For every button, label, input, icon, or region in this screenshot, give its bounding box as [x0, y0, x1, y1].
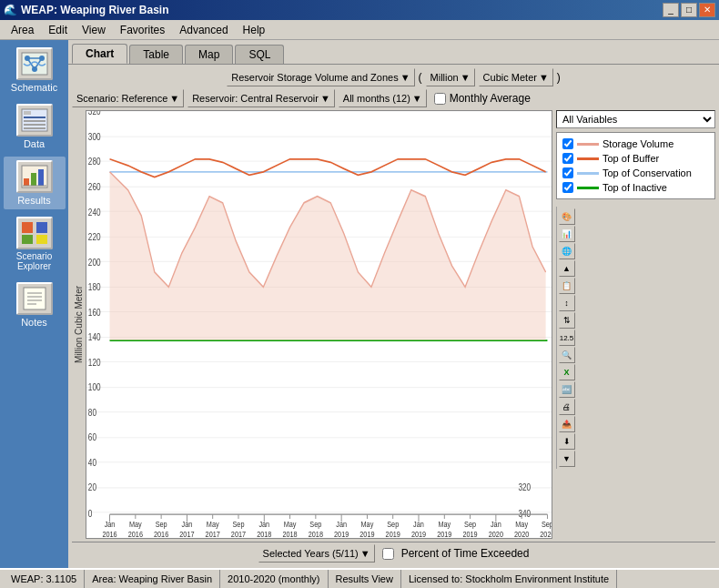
svg-text:100: 100: [88, 381, 101, 392]
chart-svg-container[interactable]: 0 20 40 60 80 100 120 140 160 180: [86, 110, 552, 539]
title-row: Reservoir Storage Volume and Zones ▼ ( M…: [72, 68, 715, 86]
unit-dropdown[interactable]: Cubic Meter ▼: [479, 68, 553, 86]
months-dropdown[interactable]: All months (12) ▼: [339, 89, 427, 107]
y-axis-ticks: 0 20 40 60 80 100 120 140 160 180: [88, 111, 101, 519]
svg-rect-22: [24, 288, 46, 309]
legend-checkbox-storage[interactable]: [562, 138, 573, 149]
svg-text:Sep: Sep: [233, 519, 245, 529]
selected-years-text: Selected Years (5/11): [263, 548, 359, 559]
toolbar-scale-btn[interactable]: 12.5: [559, 329, 575, 346]
x-labels: Jan2016 May2016 Sep2016 Jan2017 May2017 …: [102, 519, 552, 538]
chart-title-arrow: ▼: [400, 72, 410, 83]
unit-close-paren: ): [557, 71, 561, 84]
sidebar-item-schematic[interactable]: Schematic: [4, 44, 66, 96]
svg-text:2019: 2019: [334, 529, 349, 538]
svg-text:Jan: Jan: [413, 519, 424, 529]
toolbar-print-btn[interactable]: 🖨: [559, 399, 575, 415]
window-titlebar: 🌊 WEAP: Weaping River Basin _ □ ✕: [0, 0, 719, 20]
svg-text:320: 320: [519, 482, 532, 492]
svg-text:120: 120: [88, 357, 101, 368]
legend-checkbox-conservation[interactable]: [562, 167, 573, 178]
scenario-explorer-label: Scenario Explorer: [5, 251, 64, 271]
unit-open-paren: (: [419, 71, 422, 84]
menu-edit[interactable]: Edit: [41, 22, 75, 38]
main-layout: Schematic Data: [0, 40, 719, 568]
status-version: WEAP: 3.1105: [4, 570, 85, 588]
toolbar-down-btn[interactable]: ⬇: [559, 433, 575, 450]
svg-text:Sep: Sep: [464, 519, 476, 529]
menu-view[interactable]: View: [75, 22, 113, 38]
chart-title-dropdown[interactable]: Reservoir Storage Volume and Zones ▼: [227, 68, 414, 86]
toolbar-export-btn[interactable]: 📤: [559, 416, 575, 432]
unit-prefix-arrow: ▼: [461, 72, 471, 83]
sidebar-item-scenario-explorer[interactable]: Scenario Explorer: [4, 213, 66, 275]
monthly-average-checkbox[interactable]: [434, 93, 446, 105]
minimize-button[interactable]: _: [663, 3, 679, 17]
sidebar-item-notes[interactable]: Notes: [4, 279, 66, 331]
svg-text:2019: 2019: [360, 529, 375, 538]
chart-container: Million Cubic Meter: [72, 110, 715, 539]
scenario-dropdown[interactable]: Scenario: Reference ▼: [72, 89, 184, 107]
svg-text:2019: 2019: [437, 529, 452, 538]
toolbar-resize-btn[interactable]: ↕: [559, 295, 575, 311]
toolbar-sort-btn[interactable]: ⇅: [559, 312, 575, 329]
svg-text:80: 80: [88, 407, 96, 418]
svg-text:140: 140: [88, 331, 101, 342]
right-toolbar: 🎨 📊 🌐 ▲ 📋 ↕ ⇅ 12.5 🔍 X 🔤 🖨 📤 ⬇: [556, 207, 576, 469]
svg-text:Jan: Jan: [182, 519, 193, 529]
svg-text:160: 160: [88, 307, 101, 318]
svg-text:260: 260: [88, 181, 101, 192]
svg-text:2019: 2019: [462, 529, 478, 538]
content-area: Chart Table Map SQL Reservoir Storage Vo…: [68, 40, 719, 568]
svg-text:Sep: Sep: [387, 519, 399, 529]
tab-chart[interactable]: Chart: [72, 44, 127, 64]
maximize-button[interactable]: □: [681, 3, 697, 17]
toolbar-excel-btn[interactable]: X: [559, 364, 575, 380]
toolbar-zoom-btn[interactable]: 🔍: [559, 347, 575, 363]
sidebar-item-results[interactable]: Results: [4, 157, 66, 209]
chart-left: Million Cubic Meter: [72, 110, 552, 539]
svg-text:2020: 2020: [540, 529, 552, 538]
status-view: Results View: [329, 570, 401, 588]
percent-exceeded-checkbox[interactable]: [382, 548, 394, 560]
toolbar-chart-btn[interactable]: 📊: [559, 226, 575, 242]
svg-text:2017: 2017: [179, 529, 195, 538]
percent-exceeded-label: Percent of Time Exceeded: [401, 547, 530, 560]
tab-sql[interactable]: SQL: [235, 45, 284, 64]
svg-text:2019: 2019: [386, 529, 401, 538]
svg-text:May: May: [438, 519, 451, 529]
toolbar-collapse-btn[interactable]: ▼: [559, 451, 575, 467]
sidebar-item-data[interactable]: Data: [4, 100, 66, 153]
svg-rect-14: [24, 178, 29, 186]
tab-table[interactable]: Table: [129, 45, 183, 64]
svg-rect-18: [22, 222, 33, 233]
selected-years-dropdown[interactable]: Selected Years (5/11) ▼: [258, 544, 375, 563]
menu-favorites[interactable]: Favorites: [113, 22, 172, 38]
x-axis-ticks: [110, 514, 548, 522]
svg-text:Jan: Jan: [105, 519, 116, 529]
data-label: Data: [24, 138, 45, 149]
chart-right: All Variables Storage Volume: [556, 110, 715, 539]
menu-area[interactable]: Area: [4, 22, 41, 38]
svg-text:20: 20: [88, 482, 96, 492]
legend-checkbox-inactive[interactable]: [562, 182, 573, 193]
legend-checkbox-buffer[interactable]: [562, 153, 573, 164]
svg-text:40: 40: [88, 457, 96, 468]
menu-advanced[interactable]: Advanced: [172, 22, 235, 38]
window-title: WEAP: Weaping River Basin: [21, 4, 168, 16]
close-button[interactable]: ✕: [699, 3, 715, 17]
legend-label-buffer: Top of Buffer: [603, 153, 659, 164]
toolbar-text-btn[interactable]: 🔤: [559, 381, 575, 398]
toolbar-palette-btn[interactable]: 🎨: [559, 208, 575, 225]
reservoir-dropdown[interactable]: Reservoir: Central Reservoir ▼: [187, 89, 335, 107]
menu-help[interactable]: Help: [236, 22, 273, 38]
variables-select[interactable]: All Variables: [556, 110, 715, 128]
toolbar-clipboard-btn[interactable]: 📋: [559, 278, 575, 294]
toolbar-triangle-btn[interactable]: ▲: [559, 260, 575, 277]
unit-prefix-dropdown[interactable]: Million ▼: [426, 68, 475, 86]
svg-text:2016: 2016: [154, 529, 169, 538]
toolbar-globe-btn[interactable]: 🌐: [559, 243, 575, 259]
tab-map[interactable]: Map: [185, 45, 233, 64]
statusbar: WEAP: 3.1105 Area: Weaping River Basin 2…: [0, 568, 719, 588]
tabbar: Chart Table Map SQL: [68, 40, 719, 64]
